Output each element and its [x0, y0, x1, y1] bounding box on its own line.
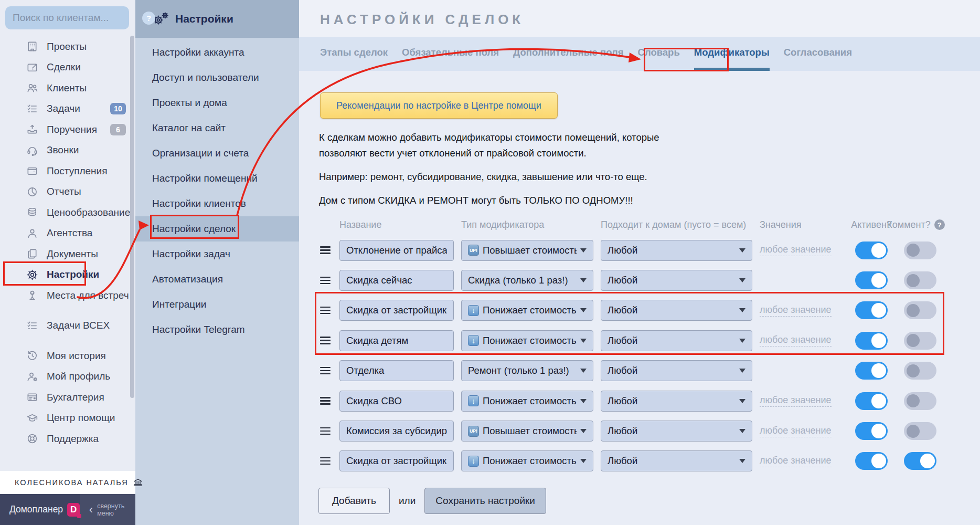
settings-item-premises[interactable]: Настройки помещений — [135, 166, 299, 191]
modifier-type-select[interactable]: Ремонт (только 1 раз!) — [461, 360, 593, 381]
tab-2[interactable]: Обязательные поля — [402, 37, 499, 71]
sidebar-item-deals[interactable]: Сделки — [0, 57, 135, 78]
modifier-type-select[interactable]: ↓Понижает стоимость — [461, 300, 593, 321]
active-toggle[interactable] — [855, 392, 888, 410]
sidebar-item-agencies[interactable]: Агентства — [0, 223, 135, 244]
comment-toggle[interactable] — [904, 452, 936, 470]
sidebar-item-all-tasks[interactable]: Задачи ВСЕХ — [0, 316, 135, 337]
drag-handle-icon[interactable] — [320, 337, 331, 344]
modifier-name-input[interactable] — [339, 330, 454, 351]
modifier-name-input[interactable] — [339, 270, 454, 291]
sidebar-item-reports[interactable]: Отчеты — [0, 182, 135, 203]
settings-item-tasks[interactable]: Настройки задач — [135, 242, 299, 267]
drag-handle-icon[interactable] — [320, 307, 331, 314]
sidebar-item-calls[interactable]: Звонки — [0, 140, 135, 161]
sidebar-item-pricing[interactable]: Ценообразование — [0, 202, 135, 223]
user-strip[interactable]: КОЛЕСНИКОВА НАТАЛЬЯ — [0, 471, 135, 494]
modifier-name-input[interactable] — [339, 391, 454, 412]
active-toggle[interactable] — [855, 242, 888, 259]
tab-5[interactable]: Модификаторы — [694, 37, 770, 71]
modifier-type-select[interactable]: Скидка (только 1 раз!) — [461, 270, 593, 291]
sidebar-item-meeting-places[interactable]: Места для встреч — [0, 285, 135, 306]
collapse-menu-button[interactable]: ‹ свернуть меню — [80, 494, 135, 525]
sidebar-item-documents[interactable]: Документы — [0, 244, 135, 265]
comment-toggle[interactable] — [904, 332, 936, 350]
values-link[interactable]: любое значение — [760, 395, 832, 407]
values-link[interactable]: любое значение — [760, 455, 832, 467]
tab-1[interactable]: Этапы сделок — [320, 37, 388, 71]
values-link[interactable]: любое значение — [760, 334, 832, 346]
comment-toggle[interactable] — [904, 362, 936, 380]
comment-toggle[interactable] — [904, 271, 936, 289]
sidebar-item-my-profile[interactable]: Мой профиль — [0, 366, 135, 387]
settings-item-catalog[interactable]: Каталог на сайт — [135, 116, 299, 141]
sidebar-item-my-history[interactable]: Моя история — [0, 345, 135, 366]
drag-handle-icon[interactable] — [320, 457, 331, 465]
sidebar-item-receipts[interactable]: Поступления — [0, 161, 135, 182]
settings-item-telegram[interactable]: Настройки Telegram — [135, 317, 299, 342]
tab-3[interactable]: Дополнительные поля — [513, 37, 623, 71]
settings-item-access[interactable]: Доступ и пользователи — [135, 65, 299, 90]
modifier-type-select[interactable]: ↓Понижает стоимость — [461, 330, 593, 351]
modifier-name-input[interactable] — [339, 300, 454, 321]
comment-toggle[interactable] — [904, 422, 936, 440]
comment-toggle[interactable] — [904, 392, 936, 410]
settings-item-account[interactable]: Настройки аккаунта — [135, 40, 299, 65]
settings-item-automation[interactable]: Автоматизация — [135, 267, 299, 292]
houses-select[interactable]: Любой — [601, 270, 752, 291]
comment-toggle[interactable] — [904, 242, 936, 259]
modifier-type-select[interactable]: ↓Понижает стоимость — [461, 391, 593, 412]
drag-handle-icon[interactable] — [320, 277, 331, 285]
modifier-type-select[interactable]: ↓Понижает стоимость — [461, 450, 593, 471]
sidebar-item-assignments[interactable]: Поручения6 — [0, 119, 135, 140]
modifier-name-input[interactable] — [339, 421, 454, 442]
sidebar-item-help-center[interactable]: Центр помощи — [0, 408, 135, 429]
sidebar-item-settings[interactable]: Настройки — [0, 265, 135, 286]
modifier-type-select[interactable]: UP!Повышает стоимость — [461, 240, 593, 261]
drag-handle-icon[interactable] — [320, 397, 331, 405]
drag-handle-icon[interactable] — [320, 246, 331, 254]
settings-item-clients[interactable]: Настройки клиентов — [135, 191, 299, 216]
add-button[interactable]: Добавить — [318, 488, 390, 514]
settings-item-projects-houses[interactable]: Проекты и дома — [135, 90, 299, 116]
settings-item-deals[interactable]: Настройки сделок — [135, 216, 299, 242]
houses-select[interactable]: Любой — [601, 300, 752, 321]
sidebar-item-accounting[interactable]: Бухгалтерия — [0, 387, 135, 408]
values-link[interactable]: любое значение — [760, 304, 832, 317]
active-toggle[interactable] — [855, 422, 888, 440]
modifier-type-select[interactable]: UP!Повышает стоимость — [461, 421, 593, 442]
save-settings-button[interactable]: Сохранить настройки — [424, 488, 546, 514]
active-toggle[interactable] — [855, 452, 888, 470]
settings-item-integrations[interactable]: Интеграции — [135, 292, 299, 317]
houses-select[interactable]: Любой — [601, 450, 752, 471]
drag-handle-icon[interactable] — [320, 367, 331, 375]
search-input[interactable] — [12, 12, 142, 24]
comment-help-icon[interactable]: ? — [934, 219, 945, 230]
active-toggle[interactable] — [855, 362, 888, 380]
houses-select[interactable]: Любой — [601, 360, 752, 381]
comment-toggle[interactable] — [904, 301, 936, 319]
active-toggle[interactable] — [855, 271, 888, 289]
help-center-notice-button[interactable]: Рекомендации по настройке в Центре помощ… — [320, 92, 558, 119]
sidebar-scrollbar[interactable] — [130, 36, 134, 398]
modifier-name-input[interactable] — [339, 360, 454, 381]
houses-select[interactable]: Любой — [601, 421, 752, 442]
active-toggle[interactable] — [855, 301, 888, 319]
sidebar-item-tasks[interactable]: Задачи10 — [0, 99, 135, 120]
sidebar-item-clients[interactable]: Клиенты — [0, 78, 135, 99]
search-help-icon[interactable]: ? — [142, 12, 155, 25]
client-search[interactable]: ? — [5, 6, 129, 29]
houses-select[interactable]: Любой — [601, 240, 752, 261]
sidebar-item-projects[interactable]: Проекты — [0, 36, 135, 57]
values-link[interactable]: любое значение — [760, 244, 832, 256]
modifier-name-input[interactable] — [339, 240, 454, 261]
houses-select[interactable]: Любой — [601, 330, 752, 351]
active-toggle[interactable] — [855, 332, 888, 350]
houses-select[interactable]: Любой — [601, 391, 752, 412]
tab-6[interactable]: Согласования — [784, 37, 852, 71]
tab-4[interactable]: Словарь — [638, 37, 680, 71]
drag-handle-icon[interactable] — [320, 427, 331, 435]
sidebar-item-support[interactable]: Поддержка — [0, 428, 135, 449]
modifier-name-input[interactable] — [339, 450, 454, 471]
settings-item-orgs[interactable]: Организации и счета — [135, 141, 299, 166]
